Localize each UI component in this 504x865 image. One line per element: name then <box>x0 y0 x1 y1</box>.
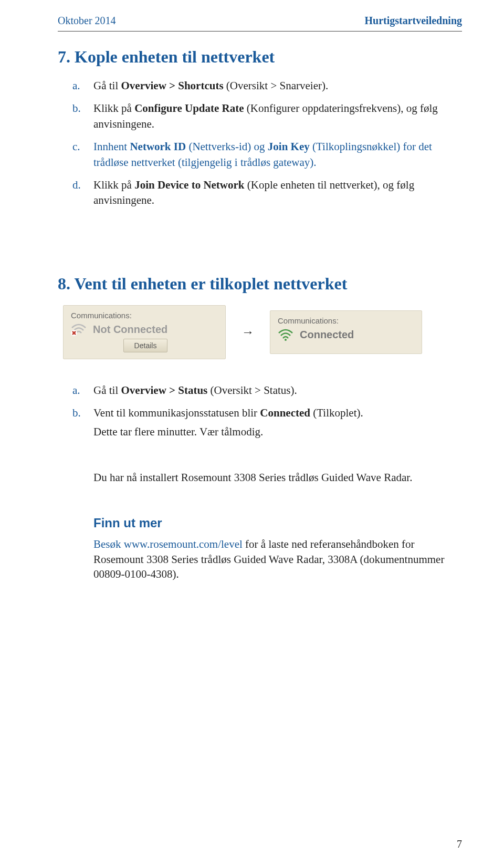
rosemount-link[interactable]: www.rosemount.com/level <box>124 538 243 550</box>
list-marker: d. <box>72 178 81 193</box>
section7-item-a: a. Gå til Overview > Shortcuts (Oversikt… <box>93 78 462 93</box>
section7-title: 7. Kople enheten til nettverket <box>58 47 462 67</box>
list-marker: c. <box>72 139 80 154</box>
section8-list: a. Gå til Overview > Status (Oversikt > … <box>93 383 462 440</box>
section7-item-c: c. Innhent Network ID (Nettverks-id) og … <box>93 139 462 170</box>
text-bold: Join Device to Network <box>134 179 244 191</box>
section8-title: 8. Vent til enheten er tilkoplet nettver… <box>58 274 462 294</box>
divider <box>58 31 462 32</box>
text: Klikk på <box>93 102 134 114</box>
text: Klikk på <box>93 179 134 191</box>
find-more-body: Besøk www.rosemount.com/level for å last… <box>93 537 462 581</box>
install-done-text: Du har nå installert Rosemount 3308 Seri… <box>93 470 462 485</box>
communications-label: Communications: <box>71 311 218 320</box>
wifi-off-icon <box>71 323 87 337</box>
section7-list: a. Gå til Overview > Shortcuts (Oversikt… <box>93 78 462 209</box>
details-button[interactable]: Details <box>123 339 168 352</box>
text: Gå til <box>93 384 121 397</box>
section8-item-b: b. Vent til kommunikasjonsstatusen blir … <box>93 405 462 440</box>
text: Gå til <box>93 79 121 92</box>
header-guide: Hurtigstartveiledning <box>364 15 462 27</box>
note-text: Dette tar flere minutter. Vær tålmodig. <box>93 424 462 440</box>
page-number: 7 <box>457 838 462 850</box>
status-connected-text: Connected <box>300 329 354 341</box>
section8-item-a: a. Gå til Overview > Status (Oversikt > … <box>93 383 462 398</box>
text: Besøk <box>93 538 124 550</box>
text-bold: Overview > Shortcuts <box>121 79 224 92</box>
section7-item-d: d. Klikk på Join Device to Network (Kopl… <box>93 178 462 209</box>
status-box-not-connected: Communications: Not Connected Details <box>63 305 226 359</box>
wifi-on-icon <box>278 328 293 342</box>
text-bold: Connected <box>260 407 310 419</box>
list-marker: b. <box>72 101 81 116</box>
text: (Nettverks-id) og <box>186 140 268 153</box>
section7-item-b: b. Klikk på Configure Update Rate (Konfi… <box>93 101 462 132</box>
text: (Oversikt > Snarveier). <box>224 79 329 92</box>
header-row: Oktober 2014 Hurtigstartveiledning <box>58 15 462 27</box>
text-bold: Join Key <box>268 140 310 153</box>
text: Vent til kommunikasjonsstatusen blir <box>93 407 260 419</box>
text: Innhent <box>93 140 130 153</box>
text: (Oversikt > Status). <box>207 384 297 397</box>
status-box-connected: Communications: Connected <box>270 310 422 354</box>
text-bold: Configure Update Rate <box>134 102 244 114</box>
svg-point-1 <box>285 339 287 341</box>
header-date: Oktober 2014 <box>58 15 116 27</box>
arrow-right-icon: → <box>242 325 254 339</box>
find-more-title: Finn ut mer <box>93 516 462 530</box>
list-marker: a. <box>72 383 80 398</box>
text-bold: Overview > Status <box>121 384 208 397</box>
list-marker: b. <box>72 405 81 421</box>
status-not-connected-text: Not Connected <box>93 324 167 336</box>
status-figure: Communications: Not Connected Details → <box>58 305 462 359</box>
communications-label: Communications: <box>278 316 414 325</box>
text-bold: Network ID <box>130 140 186 153</box>
list-marker: a. <box>72 78 80 93</box>
text: (Tilkoplet). <box>310 407 363 419</box>
